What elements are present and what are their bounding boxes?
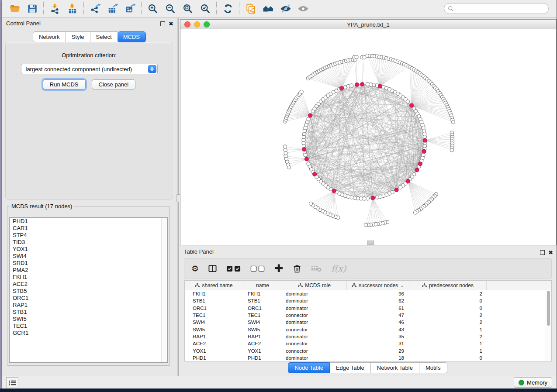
network-canvas[interactable] [180, 29, 556, 245]
run-mcds-button[interactable]: Run MCDS [43, 79, 86, 89]
table-settings-icon[interactable]: ⚙ [191, 264, 199, 274]
tab-style[interactable]: Style [66, 31, 90, 42]
zoom-out-icon[interactable] [162, 1, 179, 16]
table-row[interactable]: ORC1ORC1dominator610 [185, 305, 551, 312]
mcds-result-item[interactable]: STB1 [10, 309, 167, 316]
zoom-in-icon[interactable] [144, 1, 162, 16]
network-node-selected[interactable] [419, 162, 422, 166]
export-network-icon[interactable] [86, 1, 104, 16]
network-node-selected[interactable] [394, 188, 398, 192]
mcds-result-item[interactable]: SRD1 [10, 260, 167, 267]
network-node-selected[interactable] [313, 172, 317, 176]
zoom-fit-icon[interactable] [179, 1, 197, 16]
search-input[interactable] [454, 4, 548, 14]
table-row[interactable]: SWI4SWI4dominator462 [185, 319, 551, 326]
mcds-result-item[interactable]: TEC1 [10, 323, 167, 330]
mcds-result-item[interactable]: CAR1 [10, 225, 167, 232]
import-table-icon[interactable] [64, 1, 81, 16]
network-node-selected[interactable] [406, 179, 410, 183]
network-node[interactable] [451, 120, 455, 124]
column-header-successor-nodes[interactable]: successor nodes⌄ [347, 281, 409, 290]
network-node[interactable] [284, 151, 287, 155]
table-panel-close-icon[interactable]: ✖ [548, 250, 553, 255]
deselect-all-icon[interactable] [250, 265, 265, 272]
network-node-selected[interactable] [360, 83, 364, 86]
horizontal-splitter-handle[interactable] [367, 241, 374, 245]
show-all-icon[interactable] [294, 1, 312, 16]
table-scrollbar-thumb[interactable] [547, 291, 550, 326]
network-node-selected[interactable] [355, 83, 359, 87]
mcds-result-list[interactable]: PHD1CAR1STP4TID3YOX1SWI4SRD1PMA2FKH1ACE2… [9, 217, 168, 363]
select-all-icon[interactable] [226, 265, 241, 272]
tab-motifs[interactable]: Motifs [419, 362, 447, 373]
tab-node-table[interactable]: Node Table [288, 362, 330, 373]
network-node-selected[interactable] [422, 149, 426, 153]
network-node[interactable] [406, 100, 409, 103]
add-column-icon[interactable]: ✚ [274, 262, 283, 275]
mcds-result-item[interactable]: PHD1 [10, 218, 167, 225]
refresh-view-icon[interactable] [219, 1, 237, 16]
memory-button[interactable]: Memory [514, 377, 552, 388]
network-node[interactable] [350, 84, 353, 87]
hide-selected-icon[interactable] [277, 1, 294, 16]
network-node[interactable] [307, 162, 310, 165]
mcds-result-item[interactable]: STP4 [10, 232, 167, 239]
mcds-result-item[interactable]: YOX1 [10, 246, 167, 253]
mcds-result-item[interactable]: ORC1 [10, 295, 167, 302]
network-node[interactable] [300, 90, 303, 93]
network-node-selected[interactable] [423, 138, 427, 142]
network-node-selected[interactable] [410, 103, 414, 107]
open-file-icon[interactable] [6, 1, 24, 16]
mcds-result-item[interactable]: FKH1 [10, 274, 167, 281]
export-image-icon[interactable] [121, 1, 139, 16]
network-node[interactable] [423, 135, 426, 138]
tab-network[interactable]: Network [33, 31, 66, 42]
network-node-selected[interactable] [302, 148, 306, 151]
network-node-selected[interactable] [304, 157, 308, 161]
duplicate-network-icon[interactable] [242, 1, 259, 16]
export-table-icon[interactable] [104, 1, 121, 16]
mcds-result-item[interactable]: STB5 [10, 288, 167, 295]
mcds-list-scrollbar[interactable] [161, 218, 167, 362]
table-row[interactable]: SWI5SWI5connector431 [185, 326, 551, 333]
first-neighbors-icon[interactable] [259, 1, 277, 16]
table-row[interactable]: FKH1FKH1dominator962 [185, 290, 551, 297]
table-row[interactable]: PHD1PHD1dominator180 [185, 354, 551, 361]
mcds-result-item[interactable]: PMA2 [10, 267, 167, 274]
network-node[interactable] [283, 145, 287, 148]
network-node[interactable] [309, 202, 312, 205]
network-node-selected[interactable] [340, 86, 344, 90]
column-header-shared-name[interactable]: shared name [185, 281, 243, 290]
column-header-mcds-role[interactable]: MCDS role [282, 281, 347, 290]
network-node-selected[interactable] [332, 189, 336, 193]
network-node[interactable] [450, 148, 453, 152]
network-node[interactable] [364, 223, 367, 227]
table-panel-float-icon[interactable] [540, 250, 545, 255]
zoom-selected-icon[interactable] [197, 1, 214, 16]
column-header-name[interactable]: name [243, 281, 282, 290]
tab-edge-table[interactable]: Edge Table [330, 362, 371, 373]
table-row[interactable]: YOX1YOX1connector291 [185, 347, 551, 354]
network-node-selected[interactable] [415, 168, 419, 172]
network-node[interactable] [375, 196, 379, 199]
network-node-selected[interactable] [371, 196, 375, 200]
control-panel-close-icon[interactable]: ✖ [169, 21, 173, 27]
network-node[interactable] [307, 117, 310, 121]
network-node[interactable] [355, 55, 358, 59]
optimization-criterion-select[interactable]: largest connected component (undirected) [21, 64, 158, 74]
network-window-titlebar[interactable]: YPA_prune.txt_1 [180, 20, 556, 30]
table-row[interactable]: ACE2ACE2connector311 [185, 340, 551, 347]
tab-network-table[interactable]: Network Table [371, 362, 419, 373]
network-node[interactable] [399, 186, 402, 189]
close-panel-button[interactable]: Close panel [92, 79, 136, 89]
network-node[interactable] [413, 211, 417, 214]
network-node-selected[interactable] [378, 84, 382, 88]
mcds-result-item[interactable]: ACE2 [10, 281, 167, 288]
column-header-predecessor-nodes[interactable]: predecessor nodes [409, 281, 487, 290]
tab-select[interactable]: Select [90, 31, 118, 42]
table-scrollbar[interactable] [546, 290, 551, 361]
toggle-panels-icon[interactable] [208, 265, 217, 272]
mcds-result-item[interactable]: SWI5 [10, 316, 167, 323]
mcds-result-item[interactable]: SWI4 [10, 253, 167, 260]
tab-mcds[interactable]: MCDS [118, 31, 146, 42]
